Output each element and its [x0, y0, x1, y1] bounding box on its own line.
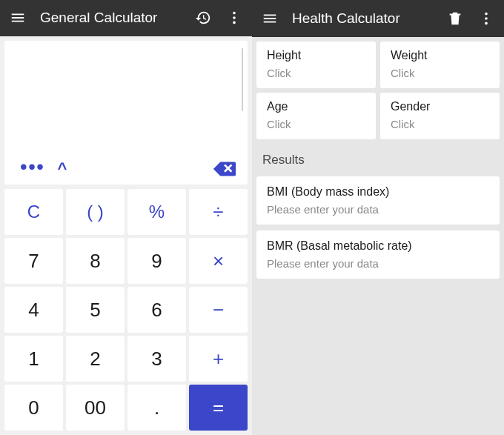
height-card[interactable]: Height Click	[256, 41, 376, 88]
trash-icon[interactable]	[446, 10, 464, 27]
height-label: Height	[267, 49, 365, 62]
bmr-hint: Please enter your data	[267, 257, 489, 270]
more-icon[interactable]	[225, 9, 243, 27]
bmr-label: BMR (Basal metabolic rate)	[267, 239, 489, 253]
key-dot[interactable]: .	[127, 385, 186, 431]
key-6[interactable]: 6	[127, 287, 186, 333]
gender-label: Gender	[391, 100, 489, 113]
scroll-indicator	[242, 48, 243, 111]
gender-value: Click	[391, 118, 489, 130]
key-8[interactable]: 8	[66, 238, 125, 284]
plus-button[interactable]: +	[189, 336, 248, 382]
health-input-grid: Height Click Weight Click Age Click Gend…	[252, 37, 504, 144]
more-icon[interactable]	[477, 10, 495, 27]
bmr-card[interactable]: BMR (Basal metabolic rate) Please enter …	[256, 230, 500, 279]
weight-card[interactable]: Weight Click	[380, 41, 500, 88]
age-card[interactable]: Age Click	[256, 93, 376, 139]
age-value: Click	[267, 118, 365, 130]
health-title: Health Calculator	[292, 10, 433, 27]
minus-button[interactable]: −	[189, 287, 248, 333]
percent-button[interactable]: %	[127, 189, 186, 235]
key-0[interactable]: 0	[4, 385, 63, 431]
general-appbar: General Calculator	[0, 0, 252, 36]
divide-button[interactable]: ÷	[189, 189, 248, 235]
weight-label: Weight	[391, 49, 489, 62]
history-icon[interactable]	[194, 9, 212, 27]
equals-button[interactable]: =	[189, 385, 248, 431]
calculator-display: ••• ^	[4, 41, 248, 185]
key-1[interactable]: 1	[4, 336, 63, 382]
general-title: General Calculator	[40, 10, 181, 26]
gender-card[interactable]: Gender Click	[380, 93, 500, 139]
key-5[interactable]: 5	[66, 287, 125, 333]
bmi-hint: Please enter your data	[267, 203, 489, 216]
power-button[interactable]: ^	[47, 159, 77, 179]
hamburger-icon[interactable]	[261, 10, 279, 27]
paren-button[interactable]: ( )	[66, 189, 125, 235]
health-appbar: Health Calculator	[252, 0, 504, 37]
display-toolbar: ••• ^	[4, 159, 248, 185]
hamburger-icon[interactable]	[9, 9, 27, 27]
keypad: C ( ) % ÷ 7 8 9 × 4 5 6 − 1 2 3 + 0 00 .…	[0, 189, 252, 435]
key-9[interactable]: 9	[127, 238, 186, 284]
key-4[interactable]: 4	[4, 287, 63, 333]
backspace-icon[interactable]	[212, 159, 237, 179]
bmi-label: BMI (Body mass index)	[267, 185, 489, 199]
weight-value: Click	[391, 67, 489, 79]
general-calculator-panel: General Calculator ••• ^ C ( ) % ÷ 7 8 9…	[0, 0, 252, 435]
height-value: Click	[267, 67, 365, 79]
clear-button[interactable]: C	[4, 189, 63, 235]
key-2[interactable]: 2	[66, 336, 125, 382]
health-calculator-panel: Health Calculator Height Click Weight Cl…	[252, 0, 504, 435]
more-functions-button[interactable]: •••	[18, 163, 47, 175]
multiply-button[interactable]: ×	[189, 238, 248, 284]
results-title: Results	[252, 144, 504, 176]
bmi-card[interactable]: BMI (Body mass index) Please enter your …	[256, 176, 500, 225]
age-label: Age	[267, 100, 365, 113]
key-3[interactable]: 3	[127, 336, 186, 382]
key-7[interactable]: 7	[4, 238, 63, 284]
key-00[interactable]: 00	[66, 385, 125, 431]
